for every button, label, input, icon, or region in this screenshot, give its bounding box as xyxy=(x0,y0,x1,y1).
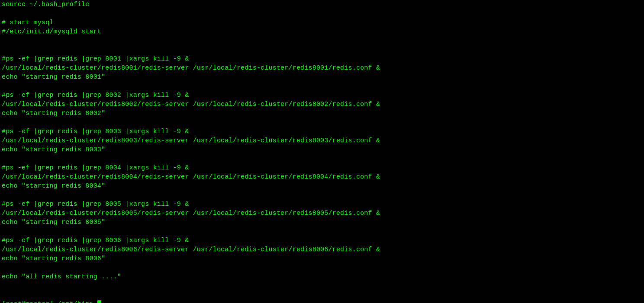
terminal-output[interactable]: source ~/.bash_profile # start mysql #/e… xyxy=(0,0,644,303)
terminal-prompt: [root@master] /opt/bin> xyxy=(2,300,97,303)
terminal-lines: source ~/.bash_profile # start mysql #/e… xyxy=(2,1,380,281)
terminal-cursor xyxy=(97,300,101,303)
